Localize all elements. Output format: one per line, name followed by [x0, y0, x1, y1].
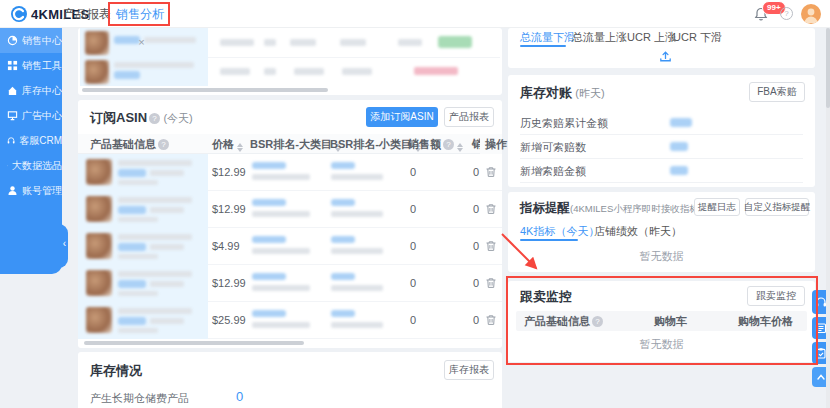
tab-traffic-down[interactable]: 总流量下滑: [520, 30, 575, 45]
recon-row: 历史索赔累计金额: [520, 111, 803, 135]
info-icon[interactable]: ?: [592, 316, 603, 327]
blurred-amount: [670, 118, 692, 127]
tab-traffic-up[interactable]: 总流量上涨: [572, 30, 627, 45]
blurred-text: [118, 254, 158, 259]
tab-store-performance[interactable]: 店铺绩效（昨天）: [594, 224, 682, 239]
home-icon: [7, 85, 18, 96]
sidebar-item-inventory-center[interactable]: 库存中心: [0, 78, 62, 103]
qty-value: 0: [473, 314, 479, 326]
sort-icon[interactable]: [457, 143, 463, 152]
tab-ucr-up[interactable]: UCR 上涨: [627, 30, 676, 45]
product-image: [86, 159, 112, 185]
sales-value: 0: [410, 240, 416, 252]
vertical-scrollbar[interactable]: [826, 28, 830, 408]
long-term-fee-value[interactable]: 0: [236, 389, 243, 404]
table-row[interactable]: $12.99 0 0: [78, 191, 502, 228]
blurred-text: [150, 244, 184, 250]
sidebar-collapse-handle[interactable]: ‹: [50, 224, 68, 268]
table-header: 产品基础信息? 购物车 购物车价格: [516, 311, 807, 331]
fba-claim-button[interactable]: FBA索赔: [749, 82, 805, 102]
sidebar-item-sales-center[interactable]: 销售中心: [0, 28, 62, 53]
sidebar-label: 广告中心: [22, 109, 62, 123]
trash-icon[interactable]: [485, 277, 497, 289]
recon-row: 新增可索赔数: [520, 135, 803, 159]
tab-close-icon[interactable]: ×: [138, 36, 144, 48]
blurred-bsr-text: [331, 322, 383, 328]
trash-icon[interactable]: [485, 203, 497, 215]
product-image: [86, 233, 112, 259]
app-screen: 4KMILES 产品报表 销售分析× 99+ ? 销售中心 销售工具 库存: [0, 0, 830, 408]
subscription-asin-card: 订阅ASIN? (今天) 添加订阅ASIN 产品报表 产品基础信息? 价格 BS…: [78, 100, 502, 348]
blurred-bsr-text: [252, 248, 310, 254]
sidebar-item-account[interactable]: 账号管理: [0, 178, 62, 203]
product-report-button[interactable]: 产品报表: [444, 107, 494, 127]
collapse-chevron-icon: ‹: [63, 238, 66, 249]
pie-chart-icon: [7, 35, 18, 46]
sidebar-item-big-data[interactable]: 大数据选品: [0, 153, 62, 178]
alert-log-button[interactable]: 提醒日志: [694, 198, 740, 216]
blurred-title: [118, 197, 192, 203]
blurred-bsr-link: [252, 236, 286, 243]
billboard-icon: [7, 110, 18, 121]
sidebar-item-crm[interactable]: 客服CRM: [0, 128, 62, 153]
table-row[interactable]: $12.99 0 0: [78, 265, 502, 302]
blurred-value: [220, 68, 250, 75]
product-cell: [78, 191, 208, 228]
blurred-text: [150, 318, 184, 324]
sidebar-item-ad-center[interactable]: 广告中心: [0, 103, 62, 128]
help-icon[interactable]: ?: [780, 7, 793, 20]
section-period: (昨天): [575, 87, 604, 99]
info-icon[interactable]: ?: [443, 139, 454, 150]
trash-icon[interactable]: [485, 314, 497, 326]
empty-state-text: 暂无数据: [508, 249, 815, 264]
blurred-bsr-link: [331, 199, 355, 206]
blurred-bsr-link: [331, 273, 355, 280]
sidebar: 销售中心 销售工具 库存中心 广告中心 客服CRM 大数据选品 账号管理 ‹: [0, 28, 62, 274]
blurred-text: [118, 217, 158, 222]
table-row[interactable]: $4.99 0 0: [78, 228, 502, 265]
upload-icon[interactable]: [658, 49, 673, 64]
section-title: 指标提醒: [520, 201, 570, 215]
sidebar-label: 销售中心: [22, 34, 62, 48]
info-icon[interactable]: ?: [149, 113, 160, 124]
custom-alert-button[interactable]: 自定义指标提醒: [745, 198, 809, 216]
table-row[interactable]: $25.99 0 0: [78, 302, 502, 339]
tab-sales-analysis[interactable]: 销售分析×: [112, 0, 168, 28]
avatar-person-icon: [801, 4, 821, 24]
blurred-title: [118, 234, 192, 240]
sidebar-item-sales-tools[interactable]: 销售工具: [0, 53, 62, 78]
inventory-report-button[interactable]: 库存报表: [444, 360, 494, 380]
product-image: [85, 31, 109, 55]
tab-ucr-down[interactable]: UCR 下滑: [673, 30, 722, 45]
sort-icon[interactable]: [237, 143, 243, 152]
trash-icon[interactable]: [485, 166, 497, 178]
tab-product-report[interactable]: 产品报表: [62, 0, 112, 28]
blurred-bsr-text: [252, 211, 310, 217]
follow-monitor-button[interactable]: 跟卖监控: [747, 286, 805, 306]
traffic-tabs-card: 总流量下滑 总流量上涨 UCR 上涨 UCR 下滑: [508, 28, 815, 68]
add-subscription-asin-button[interactable]: 添加订阅ASIN: [366, 107, 438, 127]
active-tab-underline: [520, 45, 566, 47]
blurred-text: [150, 170, 184, 176]
horizontal-scrollbar[interactable]: [82, 88, 328, 92]
qty-value: 0: [473, 277, 479, 289]
price-value: $4.99: [212, 240, 240, 252]
horizontal-scrollbar[interactable]: [84, 341, 304, 345]
blurred-bsr-text: [331, 248, 383, 254]
price-value: $25.99: [212, 314, 246, 326]
blurred-bsr-text: [252, 285, 310, 291]
user-avatar[interactable]: [801, 4, 821, 24]
blurred-value: [264, 39, 276, 46]
blurred-bsr-link: [331, 162, 355, 169]
qty-value: 0: [473, 203, 479, 215]
blurred-bsr-text: [331, 211, 383, 217]
blurred-bsr-link: [331, 310, 355, 317]
table-row[interactable]: [80, 58, 500, 86]
inventory-status-card: 库存情况 库存报表 产生长期仓储费产品 0: [78, 352, 502, 408]
product-image: [86, 196, 112, 222]
table-header: 产品基础信息? 价格 BSR排名-大类目 BSR排名-小类目 销售额? 销 操作: [78, 134, 502, 154]
trash-icon[interactable]: [485, 240, 497, 252]
info-icon[interactable]: ?: [158, 139, 169, 150]
table-row[interactable]: $12.99 0 0: [78, 154, 502, 191]
headset-icon: [7, 135, 15, 146]
